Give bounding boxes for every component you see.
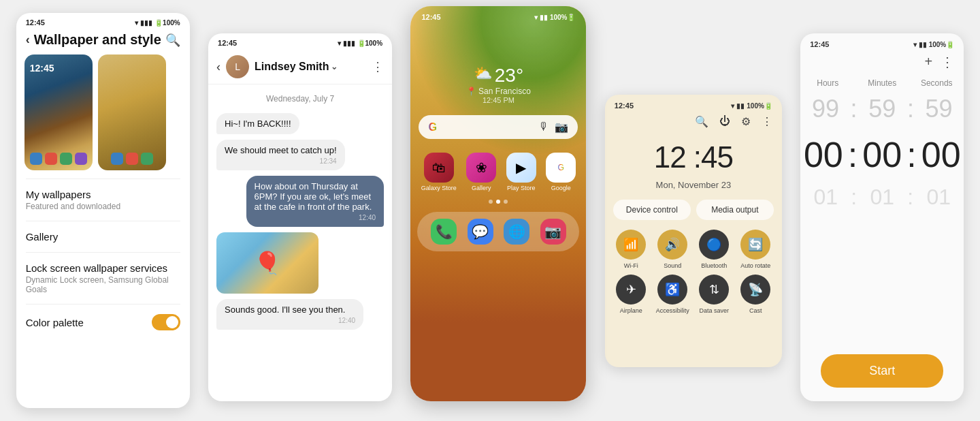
data-saver-tile-label: Data saver <box>700 307 730 314</box>
dock-phone[interactable]: 📞 <box>431 219 457 245</box>
home-app-google[interactable]: G Google <box>546 153 576 191</box>
my-wallpapers-item[interactable]: My wallpapers Featured and downloaded <box>16 179 190 221</box>
google-logo: G <box>428 121 436 134</box>
gallery-item[interactable]: Gallery <box>16 221 190 252</box>
wifi-tile[interactable]: 📶 Wi-Fi <box>613 230 649 269</box>
more-options-icon[interactable]: ⋮ <box>372 59 384 74</box>
cast-tile-label: Cast <box>749 307 762 314</box>
timer-status-bar: 12:45 ▾ ▮▮ 100%🔋 <box>800 33 964 51</box>
wifi-icon: ▾ <box>338 40 341 47</box>
data-saver-tile[interactable]: ⇅ Data saver <box>696 275 732 314</box>
home-app-play-store[interactable]: ▶ Play Store <box>506 153 536 191</box>
status-icons-2: ▾ ▮▮▮ 🔋100% <box>338 40 383 47</box>
dock-internet[interactable]: 🌐 <box>504 219 529 245</box>
quick-status-time: 12:45 <box>615 102 634 110</box>
dock-camera[interactable]: 📷 <box>540 219 566 245</box>
timer-minutes-top: 59 <box>858 95 907 123</box>
timer-next-colon: : <box>851 185 857 210</box>
bluetooth-tile-icon: 🔵 <box>699 230 729 260</box>
galaxy-store-icon: 🛍 <box>424 153 454 183</box>
home-app-galaxy-store[interactable]: 🛍 Galaxy Store <box>421 153 457 191</box>
message-image: 🎈 <box>216 232 318 294</box>
dot <box>489 200 493 204</box>
timer-spacer <box>800 213 964 341</box>
message-bubble-received-1: Hi~! I'm BACK!!!! <box>216 113 299 134</box>
home-status-icons: ▾ ▮▮ 100%🔋 <box>534 13 576 21</box>
quick-status-bar: 12:45 ▾ ▮▮ 100%🔋 <box>605 95 782 112</box>
gallery-label: Gallery <box>472 185 491 191</box>
timer-status-time: 12:45 <box>810 40 829 48</box>
timer-minutes-main[interactable]: 00 <box>859 134 905 175</box>
signal-icon: ▮▮ <box>540 14 548 21</box>
timer-colon: : <box>907 95 914 123</box>
accessibility-tile-icon: ♿ <box>657 275 687 305</box>
start-button[interactable]: Start <box>821 354 943 388</box>
accessibility-tile[interactable]: ♿ Accessibility <box>655 275 691 314</box>
dot <box>504 200 508 204</box>
status-time-2: 12:45 <box>218 39 237 47</box>
wallpaper-panel: 12:45 ▾ ▮▮▮ 🔋100% ‹ Wallpaper and style … <box>16 13 190 408</box>
add-timer-icon[interactable]: + <box>925 54 933 70</box>
message-bubble-sent-1: How about on Thursday at 6PM? If you are… <box>246 176 385 227</box>
camera-icon[interactable]: 📷 <box>555 121 568 134</box>
quick-more-icon[interactable]: ⋮ <box>762 115 772 128</box>
airplane-tile[interactable]: ✈ Airplane <box>613 275 649 314</box>
quick-tiles-row2: ✈ Airplane ♿ Accessibility ⇅ Data saver … <box>605 275 782 319</box>
seconds-label: Seconds <box>909 78 964 88</box>
sound-tile-icon: 🔊 <box>657 230 687 260</box>
quick-time-big: 12 :45 <box>605 140 782 174</box>
wifi-icon: ▾ <box>731 102 734 110</box>
timer-bottom-values: 01 : 01 : 01 <box>800 182 964 213</box>
timer-status-icons: ▾ ▮▮ 100%🔋 <box>913 41 955 48</box>
quick-search-icon[interactable]: 🔍 <box>695 115 708 128</box>
message-header: ‹ L Lindsey Smith ⌄ ⋮ <box>208 50 392 84</box>
msg-back-icon[interactable]: ‹ <box>216 60 220 74</box>
galaxy-store-label: Galaxy Store <box>421 185 457 191</box>
messages-icon: 💬 <box>468 219 493 245</box>
signal-icon: ▮▮▮ <box>140 19 152 27</box>
dock-messages[interactable]: 💬 <box>468 219 493 245</box>
minutes-label: Minutes <box>855 78 909 88</box>
battery-icon: 🔋100% <box>154 19 180 27</box>
home-search-bar[interactable]: G 🎙 📷 <box>419 115 578 139</box>
timer-more-icon[interactable]: ⋮ <box>941 54 954 70</box>
lock-screen-label: Lock screen wallpaper services <box>26 262 180 274</box>
color-palette-label: Color palette <box>26 317 84 328</box>
mic-icon[interactable]: 🎙 <box>538 121 549 134</box>
timer-minutes-next: 01 <box>857 185 907 210</box>
sound-tile[interactable]: 🔊 Sound <box>655 230 691 269</box>
quick-control-icons: 🔍 ⏻ ⚙ ⋮ <box>605 112 782 135</box>
wallpaper-thumb-1[interactable]: 12:45 <box>24 54 93 170</box>
color-palette-item[interactable]: Color palette <box>16 305 190 340</box>
timer-seconds-next: 01 <box>913 185 964 210</box>
timer-seconds-main[interactable]: 00 <box>918 134 964 175</box>
wifi-icon: ▾ <box>135 19 138 27</box>
auto-rotate-tile-label: Auto rotate <box>740 262 770 269</box>
gallery-icon: ❀ <box>466 153 496 183</box>
message-time: 12:34 <box>225 157 337 165</box>
color-palette-toggle[interactable] <box>152 314 180 330</box>
cast-tile[interactable]: 📡 Cast <box>738 275 774 314</box>
wallpaper-title-text: Wallpaper and style <box>34 32 161 48</box>
gallery-label: Gallery <box>26 231 59 243</box>
media-output-button[interactable]: Media output <box>696 200 774 220</box>
weather-icon: ⛅ <box>474 65 492 82</box>
lock-screen-item[interactable]: Lock screen wallpaper services Dynamic L… <box>16 253 190 304</box>
message-body: Wednesday, July 7 Hi~! I'm BACK!!!! We s… <box>208 84 392 401</box>
wallpaper-thumb-2[interactable] <box>98 54 166 170</box>
timer-hours-main[interactable]: 00 <box>800 134 847 175</box>
thumb-time-1: 12:45 <box>30 63 54 74</box>
auto-rotate-tile[interactable]: 🔄 Auto rotate <box>738 230 774 269</box>
bluetooth-tile[interactable]: 🔵 Bluetooth <box>696 230 732 269</box>
wifi-tile-label: Wi-Fi <box>624 262 638 269</box>
signal-icon: ▮▮ <box>919 41 927 48</box>
contact-name[interactable]: Lindsey Smith ⌄ <box>255 61 338 73</box>
back-icon[interactable]: ‹ <box>26 33 30 47</box>
home-app-gallery[interactable]: ❀ Gallery <box>466 153 496 191</box>
device-control-button[interactable]: Device control <box>613 200 691 220</box>
quick-power-icon[interactable]: ⏻ <box>719 115 730 128</box>
timer-main-colon: : <box>848 134 858 175</box>
search-icon[interactable]: 🔍 <box>165 33 180 48</box>
quick-settings-icon[interactable]: ⚙ <box>741 115 751 128</box>
wallpaper-previews: 12:45 <box>16 54 190 178</box>
